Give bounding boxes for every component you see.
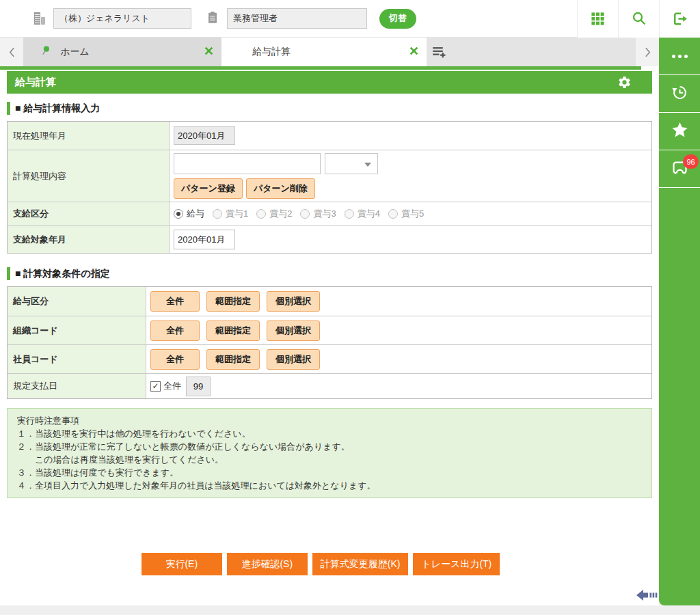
tabs-scroll-right[interactable] [636,38,659,66]
progress-check-button[interactable]: 進捗確認(S) [227,553,308,575]
table-row: 支給区分 給与 賞与1 賞与2 賞与3 賞与4 賞与5 [8,202,651,226]
building-icon [31,10,48,27]
close-icon[interactable] [204,46,213,57]
payroll-input-table: 現在処理年月 計算処理内容 パターン登録 パターン削除 [7,121,652,254]
note-line: ３．当該処理は何度でも実行できます。 [17,466,642,479]
collapse-sidebar-button[interactable] [636,588,658,605]
employee-code-label: 社員コード [8,345,146,373]
section-target-heading: ■ 計算対象条件の指定 [7,267,652,280]
gear-icon[interactable] [617,75,632,90]
topbar-icons [577,0,700,38]
table-row: 現在処理年月 [8,122,651,150]
salary-individual-button[interactable]: 個別選択 [267,291,320,312]
pattern-delete-button[interactable]: パターン削除 [246,178,315,199]
radio-bonus1[interactable] [213,209,222,219]
radio-bonus5[interactable] [388,209,398,219]
right-sidebar: 96 [659,38,700,605]
main-area: ホーム 給与計算 給与計算 ■ 給与計算情報入力 現在処理年月 [0,38,659,605]
tab-payroll-label: 給与計算 [252,46,291,58]
action-button-row: 実行(E) 進捗確認(S) 計算式変更履歴(K) トレース出力(T) [0,553,641,575]
employee-range-button[interactable]: 範囲指定 [206,349,260,370]
pattern-name-input[interactable] [174,153,321,174]
execution-note-box: 実行時注意事項 １．当該処理を実行中は他の処理を行わないでください。 ２．当該処… [7,408,652,498]
payday-label: 規定支払日 [8,374,146,398]
note-title: 実行時注意事項 [17,414,642,427]
trace-output-button[interactable]: トレース出力(T) [413,553,500,575]
section-input-heading: ■ 給与計算情報入力 [7,102,652,115]
topbar: 切替 [0,0,700,38]
pattern-select[interactable] [325,153,378,174]
history-button[interactable] [659,75,700,113]
tabbar: ホーム 給与計算 [0,38,659,66]
radio-bonus4[interactable] [345,209,354,219]
notifications-button[interactable]: 96 [659,150,700,188]
logout-icon[interactable] [659,0,700,38]
table-row: 組織コード 全件 範囲指定 個別選択 [8,316,651,344]
org-all-button[interactable]: 全件 [150,320,200,341]
note-line: ２．当該処理が正常に完了しないと帳票の数値が正しくならない場合があります。 [17,440,642,453]
formula-history-button[interactable]: 計算式変更履歴(K) [312,553,409,575]
active-tab-rule [0,66,641,70]
collapse-arrow-icon [636,588,658,602]
tab-payroll[interactable]: 給与計算 [221,38,427,66]
search-icon[interactable] [618,0,659,38]
current-month-label: 現在処理年月 [8,122,170,150]
pay-category-radios: 給与 賞与1 賞与2 賞与3 賞与4 賞与5 [174,208,432,220]
radio-salary-label: 給与 [187,208,204,220]
company-input[interactable] [53,8,191,29]
radio-bonus2-label: 賞与2 [269,208,292,220]
employee-all-button[interactable]: 全件 [150,349,200,370]
page-title: 給与計算 [15,76,56,89]
page-title-bar: 給与計算 [7,71,652,94]
org-individual-button[interactable]: 個別選択 [267,320,320,341]
notification-badge: 96 [683,154,699,169]
clipboard-icon [205,10,221,27]
table-row: 計算処理内容 パターン登録 パターン削除 [8,150,651,202]
payday-all-label: 全件 [163,380,181,392]
history-icon [671,83,689,105]
employee-individual-button[interactable]: 個別選択 [267,349,320,370]
chevron-right-icon [645,47,651,57]
radio-bonus3[interactable] [300,209,310,219]
tab-home[interactable]: ホーム [23,38,221,66]
chevron-left-icon [9,47,15,57]
execute-button[interactable]: 実行(E) [142,553,222,575]
favorites-button[interactable] [659,113,700,150]
pattern-register-button[interactable]: パターン登録 [174,178,243,199]
tabs-scroll-left[interactable] [0,38,23,66]
salary-range-button[interactable]: 範囲指定 [206,291,260,312]
radio-bonus3-label: 賞与3 [313,208,336,220]
add-tab-icon [431,45,446,59]
star-icon [671,121,689,142]
pin-icon [40,45,51,59]
more-icon [672,55,688,58]
add-tab-button[interactable] [427,38,465,66]
target-condition-table: 給与区分 全件 範囲指定 個別選択 組織コード 全件 範囲指定 個別選択 社員コ… [7,286,652,399]
more-button[interactable] [659,38,700,75]
pay-category-label: 支給区分 [8,202,170,226]
close-icon[interactable] [409,46,418,57]
table-row: 規定支払日 ✓ 全件 [8,373,651,398]
apps-grid-icon[interactable] [577,0,618,38]
payday-all-checkbox[interactable]: ✓ [150,381,161,392]
role-input[interactable] [227,8,367,29]
calc-content-label: 計算処理内容 [8,150,170,202]
note-line: １．当該処理を実行中は他の処理を行わないでください。 [17,427,642,440]
salary-category-label: 給与区分 [8,287,146,316]
current-month-input [174,126,235,145]
org-range-button[interactable]: 範囲指定 [206,320,260,341]
payday-input [186,377,211,396]
note-line: この場合は再度当該処理を実行してください。 [17,453,642,466]
radio-bonus4-label: 賞与4 [358,208,380,220]
radio-salary[interactable] [174,209,183,219]
note-line: ４．全項目入力で入力処理した対象年月の社員は当該処理においては対象外となります。 [17,479,642,492]
switch-button[interactable]: 切替 [379,9,416,29]
salary-all-button[interactable]: 全件 [150,291,200,312]
tabbar-spacer [465,38,636,66]
target-month-input[interactable] [174,230,235,249]
radio-bonus1-label: 賞与1 [226,208,248,220]
table-row: 支給対象年月 [8,226,651,253]
tab-home-label: ホーム [60,46,90,58]
radio-bonus2[interactable] [256,209,266,219]
table-row: 社員コード 全件 範囲指定 個別選択 [8,344,651,373]
